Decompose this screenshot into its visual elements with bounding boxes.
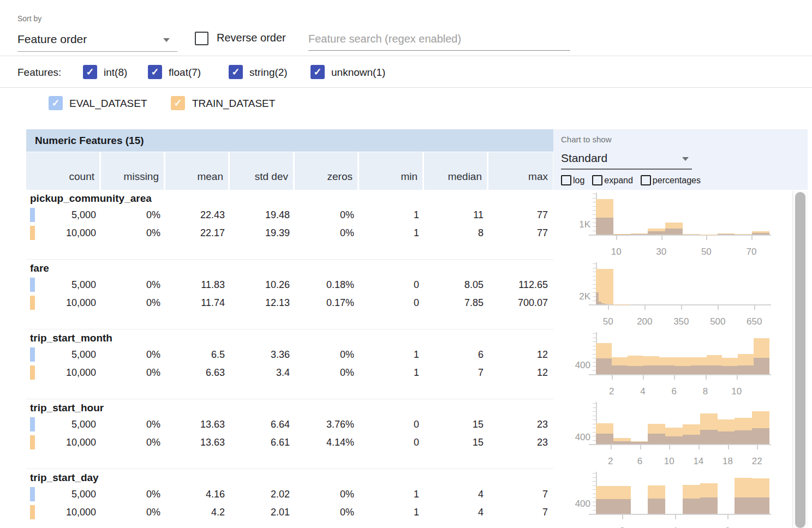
- x-axis-tick-label: 350: [665, 316, 697, 327]
- table-title-bar: Numeric Features (15): [26, 129, 553, 152]
- x-axis-tick: [698, 445, 700, 449]
- x-axis-tick-label: 14: [682, 456, 715, 467]
- dataset-color-chip: [30, 296, 35, 310]
- eval-hist-bar: [735, 497, 752, 514]
- stat-cell: 4.16: [165, 485, 230, 503]
- eval-stats-row: 5,0000%22.4319.480%11177: [26, 206, 553, 224]
- stat-cell: 112.65: [488, 276, 553, 294]
- x-axis-tick: [640, 445, 641, 449]
- x-axis-tick-label: 2: [606, 526, 638, 528]
- stat-cell: 0%: [101, 206, 165, 224]
- eval-hist-bar: [691, 365, 707, 374]
- reverse-order-checkbox[interactable]: [195, 32, 208, 45]
- stat-cell: 7.85: [424, 294, 488, 312]
- stat-cell: 0%: [101, 294, 165, 312]
- eval-hist-bar: [675, 366, 691, 374]
- x-axis-tick: [737, 375, 738, 380]
- train-stats-row: 10,0000%11.7412.130.17%07.85700.07: [26, 294, 553, 312]
- eval-hist-bar: [722, 366, 738, 374]
- y-axis-minor-tick: [593, 485, 596, 486]
- x-axis-tick-label: 50: [690, 247, 723, 257]
- stat-cell: 77: [488, 224, 553, 242]
- x-axis-tick-label: 30: [645, 247, 678, 257]
- x-axis-tick-label: 4: [659, 526, 691, 528]
- feature-name: pickup_community_area: [30, 193, 152, 205]
- column-header-min: min: [359, 152, 424, 190]
- chart-type-dropdown[interactable]: Standard: [561, 149, 692, 170]
- stat-cell: 8.05: [424, 276, 488, 294]
- y-axis-minor-tick: [593, 198, 596, 199]
- eval-hist-bar: [643, 365, 659, 374]
- y-axis-minor-tick: [593, 411, 596, 412]
- stat-cell: 5,000: [26, 346, 101, 364]
- column-header-std-dev: std dev: [230, 152, 295, 190]
- train-hist-bar: [735, 234, 752, 235]
- chart-option-expand: expand: [592, 175, 633, 185]
- x-axis-tick-label: 6: [658, 386, 690, 397]
- table-title: Numeric Features (15): [35, 135, 144, 147]
- stat-cell: 0%: [295, 206, 359, 224]
- stat-cell: 0%: [101, 503, 165, 521]
- dataset-color-chip: [30, 487, 35, 501]
- percentages-checkbox[interactable]: [641, 175, 651, 185]
- feature-block-trip_start_month: trip_start_month5,0000%6.53.360%161210,0…: [26, 329, 553, 399]
- dataset-checkbox-eval_dataset[interactable]: ✓: [49, 96, 63, 110]
- sort-by-dropdown[interactable]: Feature order: [17, 28, 177, 52]
- x-axis-tick-label: 70: [735, 247, 768, 257]
- eval-hist-bar: [628, 366, 643, 374]
- eval-hist-bar: [596, 434, 613, 444]
- feature-type-label: int(8): [104, 67, 127, 79]
- eval-hist-bar: [707, 365, 723, 374]
- y-axis-minor-tick: [593, 477, 596, 478]
- stat-cell: 1: [359, 224, 424, 242]
- stat-cell: 3.36: [230, 346, 295, 364]
- feature-search-input[interactable]: [308, 27, 570, 50]
- features-bar-label: Features:: [17, 67, 61, 79]
- scrollbar-thumb[interactable]: [795, 192, 805, 528]
- stat-cell: 5,000: [26, 206, 101, 224]
- eval-hist-bar: [718, 431, 735, 444]
- y-axis-tick-label: 1K: [557, 219, 590, 230]
- stat-cell: 0: [359, 434, 424, 452]
- x-axis-tick: [622, 515, 623, 519]
- feature-type-label: string(2): [249, 67, 288, 79]
- column-header-mean: mean: [165, 152, 230, 190]
- stat-cell: 0%: [101, 346, 165, 364]
- x-axis-tick-label: 8: [689, 386, 722, 397]
- stat-cell: 7: [424, 364, 488, 382]
- stat-cell: 8: [424, 224, 488, 242]
- scrollbar-track[interactable]: [792, 191, 808, 528]
- x-axis-tick-label: 10: [720, 386, 753, 397]
- train-stats-row: 10,0000%6.633.40%1712: [26, 364, 553, 382]
- chart-type-value: Standard: [561, 149, 692, 167]
- x-axis-tick: [751, 236, 753, 240]
- expand-checkbox[interactable]: [592, 175, 602, 185]
- stat-cell: 22.43: [165, 206, 230, 224]
- dataset-color-chip: [30, 365, 35, 380]
- stat-cell: 10.26: [230, 276, 295, 294]
- stat-cell: 4: [424, 503, 488, 521]
- histogram-fare: 2K50200350500650: [557, 260, 791, 329]
- feature-type-checkbox-unknown[interactable]: ✓: [311, 65, 325, 79]
- feature-type-checkbox-float[interactable]: ✓: [148, 65, 162, 79]
- stat-cell: 3.76%: [295, 416, 359, 434]
- y-axis-minor-tick: [593, 338, 596, 338]
- eval-hist-bar: [738, 365, 754, 374]
- dataset-checkbox-train_dataset[interactable]: ✓: [171, 96, 185, 110]
- stat-cell: 23: [488, 416, 553, 434]
- stat-cell: 10,000: [26, 364, 101, 382]
- x-axis-tick-label: 200: [628, 316, 661, 327]
- stat-cell: 0%: [101, 434, 165, 452]
- stat-cell: 0%: [295, 485, 359, 503]
- histogram-trip_start_hour: 4002610141822: [557, 399, 791, 469]
- log-checkbox[interactable]: [561, 175, 571, 185]
- feature-type-checkbox-int[interactable]: ✓: [83, 65, 97, 79]
- feature-block-trip_start_day: trip_start_day5,0000%4.162.020%14710,000…: [26, 469, 553, 528]
- divider: [0, 56, 812, 56]
- x-axis-tick: [644, 305, 646, 310]
- feature-type-checkbox-string[interactable]: ✓: [229, 65, 243, 79]
- x-axis-tick: [706, 236, 707, 240]
- x-axis-tick-label: 50: [592, 316, 624, 327]
- stat-cell: 1: [359, 364, 424, 382]
- eval-hist-bar: [604, 304, 607, 304]
